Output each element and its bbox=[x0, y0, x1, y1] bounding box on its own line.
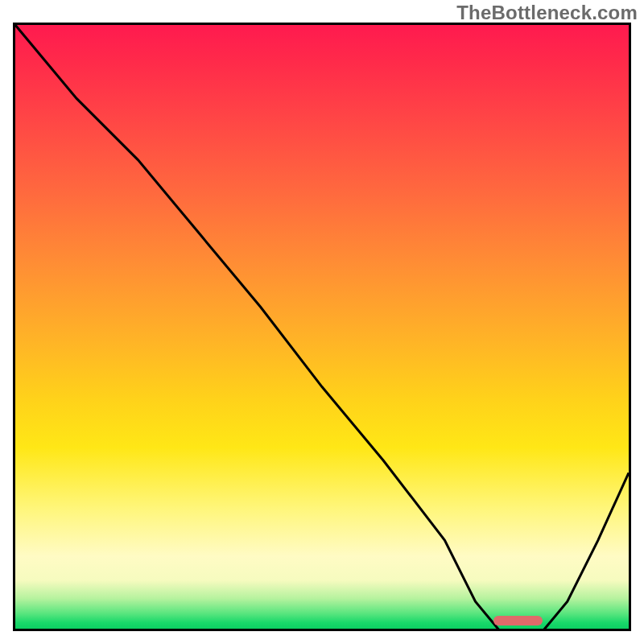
bottleneck-curve-path bbox=[15, 25, 629, 631]
watermark-text: TheBottleneck.com bbox=[456, 2, 638, 24]
chart-line-svg bbox=[15, 25, 629, 631]
chart-plot-area bbox=[13, 23, 631, 631]
optimal-range-marker bbox=[493, 616, 543, 625]
